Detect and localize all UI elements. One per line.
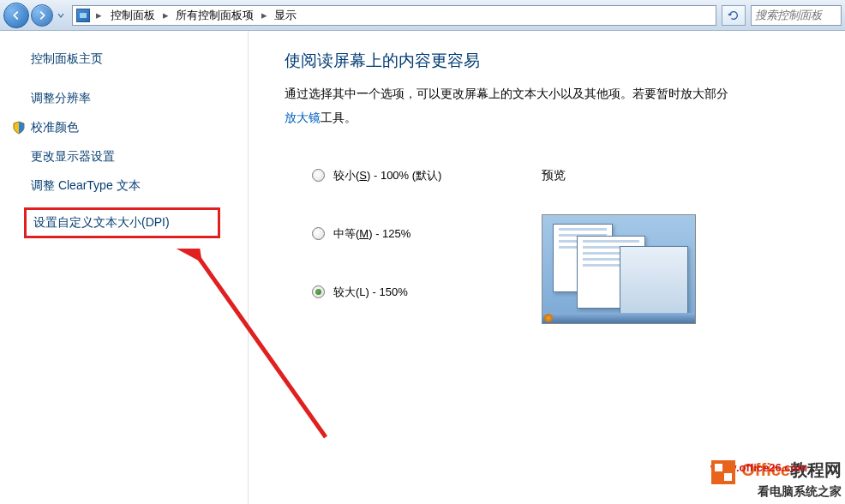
radio-large[interactable]: 较大(L) - 150% [312, 285, 542, 300]
page-description-2: 放大镜工具。 [285, 108, 838, 129]
watermark-subtitle: 看电脑系统之家 [711, 484, 842, 499]
breadcrumb-item[interactable]: 显示 [271, 6, 300, 25]
radio-small[interactable]: 较小(S) - 100% (默认) [312, 168, 542, 183]
breadcrumb-item[interactable]: 控制面板 [107, 6, 159, 25]
office-logo-icon [711, 460, 735, 484]
nav-buttons [3, 3, 67, 28]
breadcrumb-sep[interactable]: ▸ [259, 9, 269, 21]
content: 控制面板主页 调整分辨率 校准颜色 更改显示器设置 调整 ClearType 文… [0, 31, 845, 504]
sidebar-link-display-settings[interactable]: 更改显示器设置 [31, 149, 237, 165]
arrow-left-icon [10, 9, 22, 21]
magnifier-link[interactable]: 放大镜 [285, 111, 321, 124]
radio-label: 较大(L) - 150% [333, 285, 408, 300]
shield-icon [12, 121, 26, 135]
radio-icon [312, 227, 325, 240]
sidebar: 控制面板主页 调整分辨率 校准颜色 更改显示器设置 调整 ClearType 文… [0, 31, 249, 504]
address-bar[interactable]: ▸ 控制面板 ▸ 所有控制面板项 ▸ 显示 [72, 5, 716, 26]
main-panel: 使阅读屏幕上的内容更容易 通过选择其中一个选项，可以更改屏幕上的文本大小以及其他… [249, 31, 845, 504]
breadcrumb-sep[interactable]: ▸ [160, 9, 171, 21]
radio-label: 较小(S) - 100% (默认) [333, 168, 441, 183]
sidebar-link-dpi[interactable]: 设置自定义文本大小(DPI) [24, 207, 220, 238]
search-input[interactable] [751, 5, 842, 26]
refresh-icon [728, 9, 740, 21]
sidebar-link-calibrate[interactable]: 校准颜色 [31, 120, 237, 135]
size-options: 较小(S) - 100% (默认) 中等(M) - 125% 较大(L) - 1… [285, 168, 542, 343]
breadcrumb: 控制面板 ▸ 所有控制面板项 ▸ 显示 [107, 6, 300, 25]
breadcrumb-sep[interactable]: ▸ [93, 9, 104, 21]
arrow-right-icon [36, 9, 48, 21]
navigation-bar: ▸ 控制面板 ▸ 所有控制面板项 ▸ 显示 [0, 0, 845, 31]
watermark: www.office26.com Office教程网 看电脑系统之家 [711, 459, 842, 499]
back-button[interactable] [3, 3, 29, 28]
chevron-down-icon [57, 12, 64, 19]
breadcrumb-item[interactable]: 所有控制面板项 [172, 6, 257, 25]
preview-section: 预览 [542, 168, 838, 343]
sidebar-link-cleartype[interactable]: 调整 ClearType 文本 [31, 178, 237, 194]
refresh-button[interactable] [722, 5, 746, 26]
sidebar-link-resolution[interactable]: 调整分辨率 [31, 91, 237, 106]
radio-icon-checked [312, 285, 325, 298]
sidebar-link-label: 校准颜色 [31, 120, 79, 135]
page-title: 使阅读屏幕上的内容更容易 [285, 50, 838, 72]
radio-label: 中等(M) - 125% [333, 226, 411, 242]
preview-thumbnail [542, 214, 696, 324]
page-description: 通过选择其中一个选项，可以更改屏幕上的文本大小以及其他项。若要暂时放大部分 [285, 84, 838, 105]
radio-icon [312, 169, 325, 182]
control-panel-icon [76, 9, 90, 22]
options-row: 较小(S) - 100% (默认) 中等(M) - 125% 较大(L) - 1… [285, 168, 838, 343]
forward-button[interactable] [31, 4, 53, 27]
sidebar-title[interactable]: 控制面板主页 [31, 51, 237, 67]
radio-medium[interactable]: 中等(M) - 125% [312, 226, 542, 242]
preview-label: 预览 [542, 168, 838, 183]
history-dropdown[interactable] [55, 12, 67, 19]
